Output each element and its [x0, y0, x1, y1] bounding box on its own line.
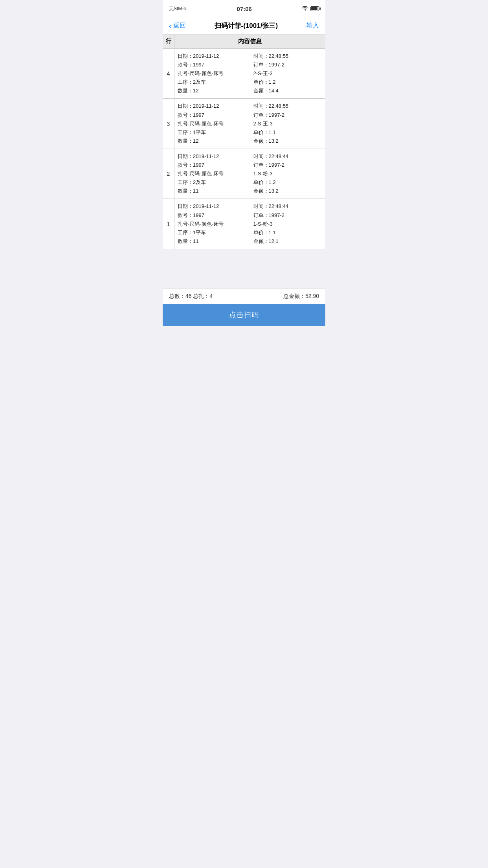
row-data: 日期：2019-11-12款号：1997扎号-尺码-颜色-床号工序：1平车数量：… [174, 99, 325, 148]
row-number: 4 [163, 49, 174, 98]
row-number: 2 [163, 149, 174, 199]
table-row[interactable]: 1日期：2019-11-12款号：1997扎号-尺码-颜色-床号工序：1平车数量… [163, 199, 325, 249]
nav-bar: 返回 扫码计菲-(1001/张三) 输入 [163, 17, 325, 35]
status-icons [302, 6, 319, 11]
scan-button[interactable]: 点击扫码 [163, 304, 325, 326]
back-button[interactable]: 返回 [169, 22, 186, 30]
table-row[interactable]: 3日期：2019-11-12款号：1997扎号-尺码-颜色-床号工序：1平车数量… [163, 99, 325, 149]
input-button[interactable]: 输入 [306, 22, 319, 30]
footer-summary: 总数：46 总扎：4 总金额：52.90 [163, 289, 325, 304]
footer-right: 总金额：52.90 [283, 293, 319, 300]
time-label: 07:06 [237, 6, 251, 12]
row-right-content: 时间：22:48:44订单：1997-21-S-粉-3单价：1.2金额：13.2 [250, 149, 326, 199]
empty-area [163, 249, 325, 289]
chevron-left-icon [169, 22, 172, 30]
row-left-content: 日期：2019-11-12款号：1997扎号-尺码-颜色-床号工序：2及车数量：… [174, 49, 250, 98]
header-content: 内容信息 [174, 35, 325, 48]
row-left-content: 日期：2019-11-12款号：1997扎号-尺码-颜色-床号工序：1平车数量：… [174, 199, 250, 248]
row-number: 1 [163, 199, 174, 248]
status-bar: 无SIM卡 07:06 [163, 0, 325, 17]
row-data: 日期：2019-11-12款号：1997扎号-尺码-颜色-床号工序：2及车数量：… [174, 49, 325, 98]
row-left-content: 日期：2019-11-12款号：1997扎号-尺码-颜色-床号工序：1平车数量：… [174, 99, 250, 148]
table-header: 行 内容信息 [163, 35, 325, 49]
table-row[interactable]: 2日期：2019-11-12款号：1997扎号-尺码-颜色-床号工序：2及车数量… [163, 149, 325, 199]
wifi-icon [302, 6, 308, 11]
footer-left: 总数：46 总扎：4 [169, 293, 213, 300]
row-data: 日期：2019-11-12款号：1997扎号-尺码-颜色-床号工序：1平车数量：… [174, 199, 325, 248]
row-right-content: 时间：22:48:55订单：1997-22-S-王-3单价：1.2金额：14.4 [250, 49, 326, 98]
row-number: 3 [163, 99, 174, 148]
row-right-content: 时间：22:48:55订单：1997-22-S-王-3单价：1.1金额：13.2 [250, 99, 326, 148]
battery-icon [310, 6, 319, 11]
back-label: 返回 [173, 22, 186, 30]
carrier-label: 无SIM卡 [169, 6, 187, 12]
header-row-num: 行 [163, 35, 174, 48]
page-title: 扫码计菲-(1001/张三) [215, 21, 278, 30]
table-row[interactable]: 4日期：2019-11-12款号：1997扎号-尺码-颜色-床号工序：2及车数量… [163, 49, 325, 99]
row-data: 日期：2019-11-12款号：1997扎号-尺码-颜色-床号工序：2及车数量：… [174, 149, 325, 199]
row-right-content: 时间：22:48:44订单：1997-21-S-粉-3单价：1.1金额：12.1 [250, 199, 326, 248]
row-left-content: 日期：2019-11-12款号：1997扎号-尺码-颜色-床号工序：2及车数量：… [174, 149, 250, 199]
table-body: 4日期：2019-11-12款号：1997扎号-尺码-颜色-床号工序：2及车数量… [163, 49, 325, 249]
